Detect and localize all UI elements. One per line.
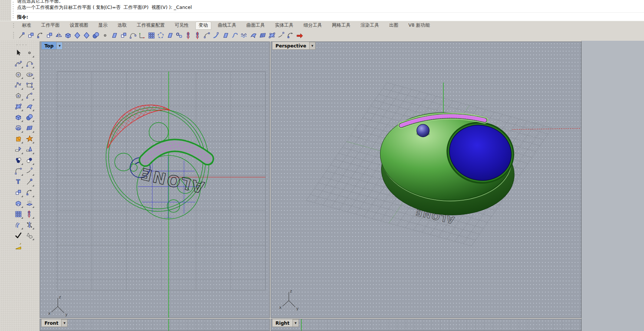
command-prompt[interactable]: 指令: [17, 13, 644, 20]
toolbar-cage-edit-icon[interactable] [258, 31, 267, 40]
sidebar-explode-icon[interactable] [24, 133, 35, 144]
sidebar-sphere-icon[interactable] [24, 112, 35, 123]
toolbar-orient-on-curve-icon[interactable] [175, 31, 184, 40]
mouse-model[interactable] [377, 108, 521, 219]
sidebar-ellipse-icon[interactable] [24, 69, 35, 80]
perspective-viewport-menu-arrow[interactable]: ▼ [310, 42, 316, 50]
sidebar-pipe-icon[interactable] [13, 123, 24, 133]
sidebar-polyline-icon[interactable] [13, 80, 24, 90]
right-viewport-menu-arrow[interactable]: ▼ [293, 319, 299, 327]
right-viewport[interactable]: Right ▼ [271, 319, 581, 331]
toolbar-flow-icon[interactable] [202, 31, 212, 40]
toolbar-array-rectangular-icon[interactable] [147, 31, 156, 40]
front-viewport-canvas[interactable] [40, 319, 270, 331]
tab-visibility[interactable]: 可见性 [171, 21, 192, 30]
sidebar-box-icon[interactable] [13, 112, 24, 123]
tab-bar-grip[interactable] [13, 23, 14, 29]
front-viewport-menu-arrow[interactable]: ▼ [62, 319, 67, 327]
sidebar-boolean-difference-icon[interactable] [24, 155, 35, 166]
toolbar-scale-1d-icon[interactable] [184, 31, 193, 40]
top-viewport-menu-arrow[interactable]: ▼ [57, 42, 63, 50]
toolbar-ripple-icon[interactable] [240, 31, 249, 40]
tab-drafting[interactable]: 出图 [386, 21, 402, 30]
sidebar-extend-curve-icon[interactable] [24, 166, 35, 176]
toolbar-maelstrom-icon[interactable] [286, 31, 295, 40]
toolbar-stretch-icon[interactable] [277, 31, 286, 40]
right-viewport-title[interactable]: Right [272, 319, 293, 327]
top-viewport-label[interactable]: Top ▼ [41, 42, 63, 50]
sidebar-extrude-surface-icon[interactable] [24, 198, 35, 209]
sidebar-select-icon[interactable] [13, 47, 24, 58]
sidebar-spotlight-icon[interactable] [13, 241, 24, 252]
front-viewport[interactable]: Front ▼ [40, 319, 270, 331]
toolbar-bend-icon[interactable] [212, 31, 221, 40]
toolbar-mirror-icon[interactable] [54, 31, 63, 40]
toolbar-taper-icon[interactable] [221, 31, 230, 40]
sidebar-split-icon[interactable] [24, 144, 35, 155]
sidebar-polygon-icon[interactable] [13, 90, 24, 101]
tab-select[interactable]: 选取 [114, 21, 130, 30]
sidebar-grip[interactable] [16, 44, 27, 46]
toolbar-mirror-3d-icon[interactable] [73, 31, 82, 40]
toolbar-scale-by-points-icon[interactable] [100, 31, 110, 40]
vertical-viewport-splitter[interactable] [270, 42, 271, 331]
sidebar-surface-patch-icon[interactable] [24, 101, 35, 112]
sidebar-rectangle-icon[interactable] [24, 80, 35, 90]
top-viewport[interactable]: Top ▼ [40, 42, 270, 318]
sidebar-surface-grid-icon[interactable] [24, 123, 35, 133]
perspective-viewport-canvas[interactable]: ALONE z x [271, 42, 581, 318]
sidebar-boolean-intersection-icon[interactable] [13, 155, 24, 166]
toolbar-orient-on-box-icon[interactable] [63, 31, 73, 40]
sidebar-move-control-point-icon[interactable] [24, 176, 35, 187]
tab-subd-tools[interactable]: 细分工具 [300, 21, 326, 30]
toolbar-scale-nonuniform-icon[interactable] [193, 31, 202, 40]
toolbar-rotate-icon[interactable] [36, 31, 45, 40]
tab-v8-features[interactable]: V8 新功能 [405, 21, 433, 30]
toolbar-copy-in-place-icon[interactable] [119, 31, 128, 40]
sidebar-rotate-object-icon[interactable] [24, 187, 35, 198]
sidebar-offset-curve-icon[interactable] [13, 219, 24, 230]
toolbar-array-polar-icon[interactable] [156, 31, 165, 40]
perspective-viewport-title[interactable]: Perspective [272, 42, 310, 50]
sidebar-boolean-union-icon[interactable] [13, 133, 24, 144]
sidebar-circle-icon[interactable] [13, 69, 24, 80]
toolbar-orient-on-surface-icon[interactable] [267, 31, 277, 40]
tab-solid-tools[interactable]: 实体工具 [272, 21, 297, 30]
front-viewport-label[interactable]: Front ▼ [41, 319, 67, 327]
top-viewport-canvas[interactable]: ALONE z x y [40, 42, 270, 318]
sidebar-check-objects-icon[interactable] [13, 230, 24, 241]
front-viewport-title[interactable]: Front [41, 319, 62, 327]
toolbar-flow-along-curve-icon[interactable] [128, 31, 138, 40]
sidebar-array-rectangular-icon[interactable] [13, 209, 24, 219]
sidebar-arc-icon[interactable] [24, 90, 35, 101]
toolbar-grip[interactable] [13, 32, 14, 39]
tab-standard[interactable]: 标准 [19, 21, 34, 30]
sidebar-control-point-curve-icon[interactable] [13, 58, 24, 69]
sidebar-text-object-icon[interactable]: T [13, 176, 24, 187]
sidebar-solid-edit-icon[interactable] [13, 198, 24, 209]
toolbar-twist-icon[interactable] [230, 31, 240, 40]
horizontal-viewport-splitter[interactable] [40, 317, 581, 319]
tab-cplanes[interactable]: 工作平面 [38, 21, 63, 30]
perspective-viewport[interactable]: Perspective ▼ ALONE [271, 42, 581, 318]
sidebar-copy-object-icon[interactable] [13, 187, 24, 198]
toolbar-move-icon[interactable] [17, 31, 26, 40]
toolbar-copy-vertical-icon[interactable] [26, 31, 36, 40]
tab-set-view[interactable]: 设置视图 [66, 21, 92, 30]
toolbar-rotate-3d-icon[interactable] [82, 31, 91, 40]
toolbar-copy-icon[interactable] [45, 31, 54, 40]
right-viewport-label[interactable]: Right ▼ [272, 319, 299, 327]
sidebar-array-linear-icon[interactable] [24, 209, 35, 219]
tab-curve-tools[interactable]: 曲线工具 [215, 21, 240, 30]
tab-render-tools[interactable]: 渲染工具 [357, 21, 383, 30]
toolbar-shear-icon[interactable] [165, 31, 175, 40]
tab-mesh-tools[interactable]: 网格工具 [329, 21, 354, 30]
sidebar-trim-icon[interactable] [13, 144, 24, 155]
sidebar-fillet-curve-icon[interactable] [13, 166, 24, 176]
toolbar-splop-icon[interactable] [249, 31, 258, 40]
top-viewport-title[interactable]: Top [41, 42, 57, 50]
toolbar-project-to-cplane-icon[interactable] [295, 31, 304, 40]
sidebar-orient-objects-icon[interactable] [24, 219, 35, 230]
tab-transform[interactable]: 变动 [195, 21, 211, 30]
toolbar-scale-icon[interactable] [110, 31, 119, 40]
